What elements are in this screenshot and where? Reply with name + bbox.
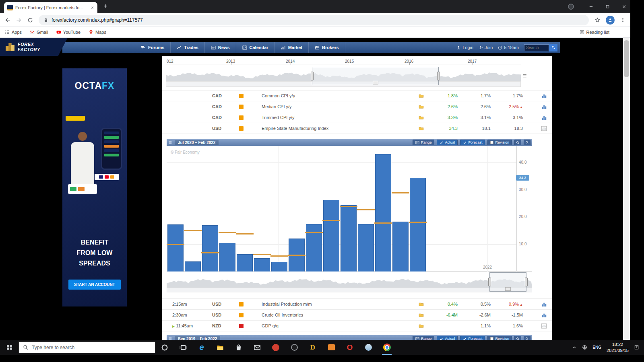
forecast-marker[interactable] (322, 220, 340, 221)
slider-grip[interactable] (373, 81, 378, 84)
chart-bar[interactable] (202, 225, 218, 272)
nav-trades[interactable]: Trades (171, 42, 204, 53)
event-title[interactable]: Industrial Production m/m (262, 302, 415, 306)
calendar-row[interactable]: ▶11:45amNZDGDP q/q1.1%1.6% (162, 321, 552, 331)
chart-bar[interactable] (323, 200, 339, 272)
taskbar-app-blue-icon[interactable] (363, 340, 373, 355)
forecast-marker[interactable] (219, 232, 236, 233)
impact-icon[interactable] (239, 115, 244, 120)
bookmark-gmail[interactable]: Gmail (30, 30, 48, 35)
calendar-row[interactable]: CADTrimmed CPI y/y3.3%3.1%3.1% (162, 112, 552, 123)
impact-icon[interactable] (239, 126, 244, 131)
slider-left-handle[interactable] (311, 72, 314, 80)
forecast-toggle[interactable]: Forecast (460, 140, 485, 145)
taskbar-app-red-icon[interactable] (271, 340, 281, 355)
chart-range-label[interactable]: Jul 2020 – Feb 2022 (175, 140, 219, 145)
join-link[interactable]: Join (479, 45, 493, 50)
reading-list-button[interactable]: Reading list (580, 30, 609, 35)
chart-bar[interactable] (237, 254, 253, 272)
window-close-icon[interactable] (622, 4, 626, 9)
chart-toggle-icon[interactable] (541, 323, 547, 329)
forecast-marker[interactable] (340, 206, 357, 207)
calendar-row[interactable]: USDEmpire State Manufacturing Index34.31… (162, 123, 552, 134)
event-title[interactable]: GDP q/q (262, 323, 415, 328)
taskbar-app-dark-icon[interactable] (289, 340, 299, 355)
taskbar-app-d-icon[interactable]: D (308, 340, 318, 355)
chart-toggle-icon[interactable] (541, 312, 547, 318)
revision-toggle[interactable]: Revision (487, 140, 512, 145)
folder-icon[interactable] (419, 313, 424, 318)
calendar-row[interactable]: CADMedian CPI y/y2.6%2.6%2.5%▲ (162, 101, 552, 112)
chart-range-label[interactable]: Sep 2019 – Feb 2022 (175, 336, 220, 340)
taskbar-search[interactable]: Type here to search (19, 341, 155, 353)
bookmark-maps[interactable]: Maps (89, 30, 106, 35)
calendar-row[interactable]: CADCommon CPI y/y1.8%1.7%1.7% (162, 90, 552, 101)
forecast-marker[interactable] (167, 244, 184, 245)
network-globe-icon[interactable] (582, 345, 587, 350)
range-button[interactable]: Range (413, 336, 435, 340)
chart-bar[interactable] (341, 205, 357, 272)
slider-grip[interactable] (505, 287, 511, 291)
chart-bar[interactable] (358, 224, 374, 272)
zoom-in-button[interactable] (514, 140, 521, 145)
chart-toggle-icon[interactable] (541, 104, 547, 110)
site-clock[interactable]: 5:18am (498, 45, 519, 50)
taskbar-store-icon[interactable] (234, 340, 244, 355)
bookmark-star-icon[interactable] (594, 17, 600, 23)
chart-bar[interactable] (375, 154, 391, 272)
event-title[interactable]: Trimmed CPI y/y (262, 115, 415, 120)
forexfactory-logo[interactable]: FOREXFACTORY (0, 38, 68, 56)
event-title[interactable]: Common CPI y/y (262, 93, 415, 98)
zoom-out-button[interactable] (524, 336, 530, 340)
window-maximize-icon[interactable] (605, 4, 610, 9)
calendar-row[interactable]: 2:15amUSDIndustrial Production m/m0.4%0.… (162, 299, 552, 310)
forecast-marker[interactable] (236, 233, 254, 234)
octafx-ad[interactable]: OCTAFX BENEFIT FROM LOW SPREADS START AN… (62, 68, 127, 306)
folder-icon[interactable] (419, 115, 424, 120)
nav-forums[interactable]: Forums (135, 42, 171, 53)
event-title[interactable]: Empire State Manufacturing Index (262, 126, 415, 131)
tray-clock[interactable]: 18:22 2021/09/15 (607, 341, 629, 353)
chart-bar[interactable] (219, 243, 235, 272)
actual-toggle[interactable]: Actual (437, 336, 458, 340)
window-minimize-icon[interactable] (589, 4, 593, 9)
chart-bar[interactable] (167, 224, 184, 272)
impact-icon[interactable] (239, 302, 244, 306)
tray-caret-up-icon[interactable] (572, 345, 577, 350)
chart-context-menu-icon[interactable] (522, 73, 527, 78)
site-search-button[interactable] (549, 44, 557, 51)
chart-toggle-icon[interactable] (541, 301, 547, 307)
back-icon[interactable] (5, 17, 10, 23)
forecast-marker[interactable] (253, 254, 271, 255)
calendar-row[interactable]: 2:30amUSDCrude Oil Inventories-6.4M-2.6M… (162, 310, 552, 321)
profile-avatar[interactable] (606, 16, 615, 25)
nav-brokers[interactable]: Brokers (309, 42, 345, 53)
chart-bar[interactable] (185, 261, 201, 272)
login-link[interactable]: Login (456, 45, 473, 50)
impact-icon[interactable] (239, 105, 244, 109)
forecast-marker[interactable] (201, 252, 219, 253)
folder-icon[interactable] (419, 126, 424, 131)
chart-bar[interactable] (392, 222, 409, 272)
revision-toggle[interactable]: Revision (487, 336, 512, 340)
url-bar[interactable]: forexfactory.com/index.php#graph=117577 (39, 15, 589, 25)
slider-right-handle[interactable] (525, 278, 528, 286)
forecast-toggle[interactable]: Forecast (460, 336, 485, 340)
chart-toggle-icon[interactable] (541, 125, 547, 132)
scrollbar-thumb[interactable] (624, 40, 629, 77)
taskbar-opera-icon[interactable]: O (345, 340, 355, 355)
taskbar-file-explorer-icon[interactable] (215, 340, 225, 355)
nav-news[interactable]: News (205, 42, 236, 53)
forecast-marker[interactable] (305, 232, 323, 233)
event-title[interactable]: Median CPI y/y (262, 104, 415, 109)
slider-right-handle[interactable] (437, 72, 440, 80)
forecast-marker[interactable] (374, 222, 392, 224)
chart-toggle-icon[interactable] (541, 115, 547, 121)
start-button[interactable] (0, 340, 19, 355)
folder-icon[interactable] (419, 93, 424, 99)
range-button[interactable]: Range (413, 140, 435, 145)
forecast-marker[interactable] (409, 222, 427, 223)
slider-left-handle[interactable] (488, 278, 491, 286)
chart-bar[interactable] (254, 258, 270, 272)
forward-icon[interactable] (16, 17, 22, 23)
